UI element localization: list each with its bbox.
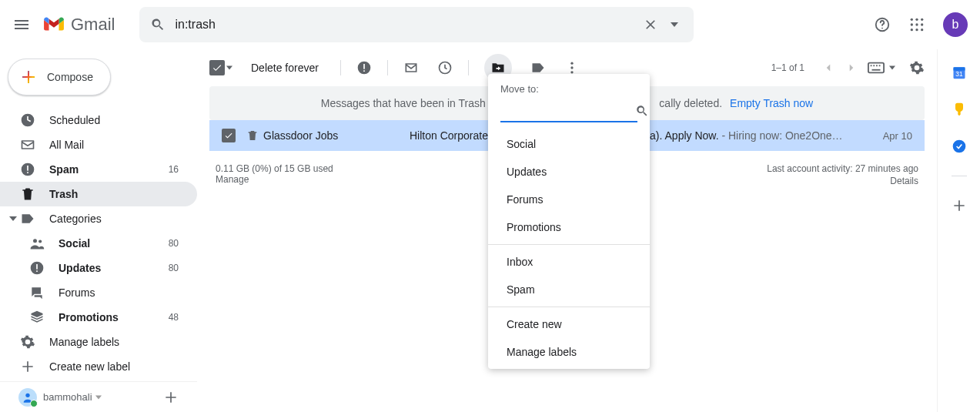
storage-text: 0.11 GB (0%) of 15 GB used — [216, 163, 333, 174]
select-all-dropdown-icon[interactable] — [226, 65, 232, 71]
sidebar-item-categories[interactable]: Categories — [0, 206, 197, 231]
search-bar[interactable] — [139, 7, 694, 42]
svg-text:31: 31 — [955, 70, 963, 78]
get-addons-icon[interactable] — [952, 198, 967, 213]
mark-unread-icon[interactable] — [403, 60, 419, 75]
svg-rect-31 — [879, 65, 881, 66]
row-date: Apr 10 — [883, 130, 912, 142]
sidebar-item-create-label[interactable]: Create new label — [0, 354, 197, 379]
svg-point-5 — [911, 23, 913, 25]
settings-icon[interactable] — [909, 60, 925, 75]
next-page-icon[interactable] — [845, 61, 858, 75]
move-option-create-new[interactable]: Create new — [488, 310, 650, 338]
hangouts-username: bammohali — [43, 391, 92, 403]
svg-point-19 — [25, 393, 29, 397]
tasks-addon-icon[interactable] — [952, 139, 967, 154]
promotions-icon — [29, 310, 45, 325]
move-option-social[interactable]: Social — [488, 130, 650, 158]
svg-rect-30 — [876, 65, 878, 66]
keep-addon-icon[interactable] — [952, 102, 967, 117]
select-all-checkbox[interactable] — [209, 60, 225, 75]
account-avatar[interactable]: b — [943, 12, 968, 37]
support-icon[interactable] — [874, 16, 891, 33]
more-icon[interactable] — [564, 60, 580, 75]
clear-search-icon[interactable] — [640, 14, 661, 35]
popup-search-input[interactable] — [500, 105, 635, 117]
search-input[interactable] — [166, 18, 640, 32]
svg-point-3 — [915, 18, 918, 21]
move-option-spam[interactable]: Spam — [488, 276, 650, 303]
svg-point-25 — [570, 66, 573, 69]
labels-icon[interactable] — [530, 60, 546, 75]
svg-rect-27 — [868, 63, 884, 73]
move-option-updates[interactable]: Updates — [488, 158, 650, 186]
compose-label: Compose — [47, 71, 93, 83]
svg-point-10 — [921, 28, 923, 31]
scheduled-icon — [20, 112, 35, 128]
svg-rect-29 — [873, 65, 875, 66]
row-sender: Glassdoor Jobs — [263, 129, 410, 142]
svg-point-15 — [38, 239, 42, 243]
gear-icon — [20, 334, 35, 350]
svg-point-24 — [570, 62, 573, 65]
popup-title: Move to: — [488, 83, 650, 101]
prev-page-icon[interactable] — [821, 61, 835, 75]
move-option-manage-labels[interactable]: Manage labels — [488, 338, 650, 366]
trash-icon — [246, 129, 259, 142]
sidebar-item-scheduled[interactable]: Scheduled — [0, 108, 197, 132]
account-activity-text: Last account activity: 27 minutes ago — [767, 163, 918, 174]
all-mail-icon — [20, 137, 35, 152]
svg-rect-32 — [872, 69, 881, 71]
spam-icon — [20, 162, 35, 177]
compose-button[interactable]: Compose — [8, 59, 111, 95]
svg-rect-28 — [871, 65, 872, 66]
social-icon — [29, 236, 45, 251]
report-spam-icon[interactable] — [356, 60, 372, 75]
sidebar-item-manage-labels[interactable]: Manage labels — [0, 330, 197, 354]
move-option-promotions[interactable]: Promotions — [488, 213, 650, 241]
account-activity-details-link[interactable]: Details — [767, 176, 918, 186]
hangouts-avatar[interactable] — [18, 388, 37, 407]
sidebar-item-updates[interactable]: Updates 80 — [0, 256, 197, 280]
svg-point-6 — [915, 23, 918, 25]
gmail-logo[interactable]: Gmail — [43, 15, 115, 35]
sidebar-item-all-mail[interactable]: All Mail — [0, 132, 197, 157]
svg-point-9 — [915, 28, 918, 31]
calendar-addon-icon[interactable]: 31 — [952, 65, 967, 80]
forums-icon — [29, 285, 45, 300]
sidebar-item-forums[interactable]: Forums — [0, 280, 197, 305]
svg-point-26 — [570, 71, 573, 73]
svg-point-8 — [911, 28, 913, 31]
trash-icon — [20, 186, 35, 202]
svg-point-4 — [921, 18, 923, 21]
delete-forever-button[interactable]: Delete forever — [251, 62, 319, 74]
sidebar-item-trash[interactable]: Trash — [0, 182, 197, 206]
sidebar-item-spam[interactable]: Spam 16 — [0, 157, 197, 182]
row-checkbox[interactable] — [222, 129, 236, 142]
svg-rect-12 — [27, 166, 28, 171]
pager-text: 1–1 of 1 — [771, 62, 804, 73]
apps-grid-icon[interactable] — [909, 17, 925, 32]
label-icon — [20, 211, 35, 226]
svg-rect-18 — [36, 270, 38, 272]
svg-point-2 — [911, 18, 913, 21]
empty-trash-link[interactable]: Empty Trash now — [730, 97, 813, 109]
svg-point-36 — [952, 140, 965, 153]
updates-icon — [29, 260, 45, 276]
snooze-icon[interactable] — [437, 60, 453, 75]
caret-down-icon[interactable] — [95, 394, 102, 400]
search-options-icon[interactable] — [661, 18, 687, 32]
svg-rect-22 — [363, 70, 365, 72]
search-icon — [150, 17, 166, 32]
manage-storage-link[interactable]: Manage — [216, 174, 333, 185]
menu-icon[interactable] — [12, 15, 31, 34]
input-tools-icon[interactable] — [868, 62, 885, 74]
gmail-wordmark: Gmail — [71, 15, 115, 35]
svg-rect-21 — [363, 64, 365, 69]
sidebar-item-social[interactable]: Social 80 — [0, 231, 197, 256]
input-tools-dropdown-icon[interactable] — [889, 65, 895, 71]
new-conversation-icon[interactable] — [163, 390, 179, 405]
move-option-forums[interactable]: Forums — [488, 186, 650, 213]
sidebar-item-promotions[interactable]: Promotions 48 — [0, 305, 197, 330]
move-option-inbox[interactable]: Inbox — [488, 248, 650, 276]
